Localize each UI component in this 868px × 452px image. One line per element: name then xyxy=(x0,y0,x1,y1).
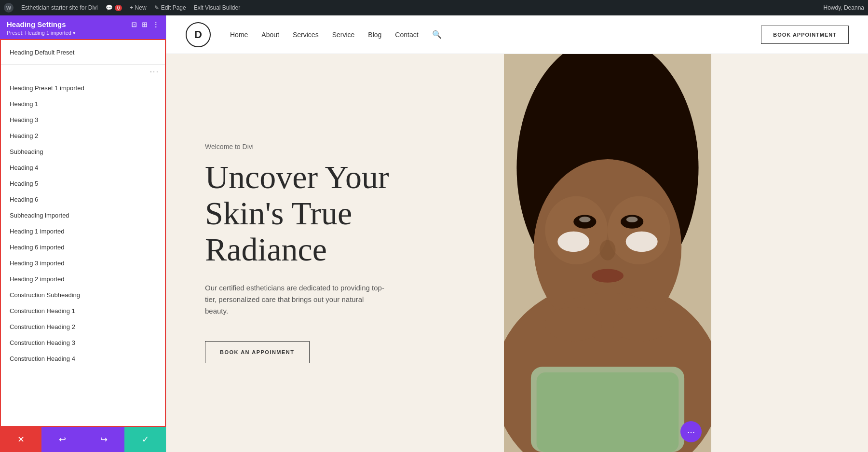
site-nav: D Home About Services Service Blog Conta… xyxy=(166,15,868,54)
preset-dropdown-area: Heading Default Preset ··· Heading Prese… xyxy=(0,39,166,427)
bottom-toolbar: ✕ ↩ ↪ ✓ xyxy=(0,427,166,452)
list-item[interactable]: Heading 6 imported xyxy=(1,239,165,255)
list-item[interactable]: Construction Subheading xyxy=(1,287,165,303)
list-item[interactable]: Construction Heading 2 xyxy=(1,319,165,335)
right-content: D Home About Services Service Blog Conta… xyxy=(166,15,868,452)
list-item[interactable]: Heading 1 imported xyxy=(1,223,165,239)
list-item[interactable]: Construction Heading 3 xyxy=(1,335,165,351)
nav-contact[interactable]: Contact xyxy=(395,31,418,39)
list-item[interactable]: Construction Heading 4 xyxy=(1,351,165,367)
panel-title-text: Heading Settings xyxy=(7,20,66,28)
svg-point-8 xyxy=(579,217,591,222)
list-item[interactable]: Heading 2 xyxy=(1,128,165,144)
list-item[interactable]: Construction Heading 1 xyxy=(1,303,165,319)
list-item[interactable]: Heading 6 xyxy=(1,192,165,207)
undo-button[interactable]: ↩ xyxy=(41,427,83,452)
list-item[interactable]: Subheading imported xyxy=(1,207,165,223)
default-preset-item[interactable]: Heading Default Preset xyxy=(1,40,165,65)
book-appointment-button[interactable]: BOOK APPOINTMENT xyxy=(761,26,849,44)
main-area: Heading Settings ⊡ ⊞ ⋮ Preset: Heading 1… xyxy=(0,15,868,452)
list-item[interactable]: Heading 4 xyxy=(1,160,165,176)
svg-point-14 xyxy=(613,307,670,341)
svg-point-16 xyxy=(626,232,658,252)
nav-blog[interactable]: Blog xyxy=(368,31,381,39)
site-logo: D xyxy=(186,22,211,47)
hero-description: Our certified estheticians are dedicated… xyxy=(205,282,388,317)
list-item[interactable]: Heading 3 xyxy=(1,112,165,128)
nav-services[interactable]: Services xyxy=(293,31,319,39)
fab-button[interactable]: ··· xyxy=(680,421,702,442)
panel-header: Heading Settings ⊡ ⊞ ⋮ Preset: Heading 1… xyxy=(0,15,166,39)
comments-link[interactable]: 💬 0 xyxy=(106,4,122,11)
site-name-link[interactable]: Esthetician starter site for Divi xyxy=(21,4,98,11)
site-nav-links: Home About Services Service Blog Contact… xyxy=(230,30,761,39)
svg-point-5 xyxy=(608,196,670,264)
list-item[interactable]: Subheading xyxy=(1,144,165,160)
admin-bar: W Esthetician starter site for Divi 💬 0 … xyxy=(0,0,868,15)
new-content-link[interactable]: + New xyxy=(130,4,146,11)
nav-home[interactable]: Home xyxy=(230,31,248,39)
panel-subtitle[interactable]: Preset: Heading 1 imported ▾ xyxy=(7,30,159,36)
hero-image xyxy=(504,54,711,452)
svg-point-13 xyxy=(545,307,602,341)
three-dots-row: ··· xyxy=(1,65,165,78)
svg-point-11 xyxy=(592,269,624,283)
grid-icon[interactable]: ⊞ xyxy=(142,21,148,28)
list-item[interactable]: Heading 3 imported xyxy=(1,255,165,271)
list-item[interactable]: Heading 5 xyxy=(1,176,165,192)
save-button[interactable]: ✓ xyxy=(124,427,166,452)
list-item[interactable]: Heading 2 imported xyxy=(1,271,165,287)
howdy-greeting[interactable]: Howdy, Deanna xyxy=(824,4,865,11)
svg-point-10 xyxy=(600,240,616,260)
admin-bar-right: Howdy, Deanna xyxy=(824,4,865,11)
list-item[interactable]: Heading 1 xyxy=(1,96,165,112)
hero-image-area: ··· xyxy=(504,54,711,452)
left-panel: Heading Settings ⊡ ⊞ ⋮ Preset: Heading 1… xyxy=(0,15,166,452)
panel-title-icons: ⊡ ⊞ ⋮ xyxy=(131,21,159,28)
search-icon[interactable]: 🔍 xyxy=(432,30,442,39)
hero-title: Uncover Your Skin's True Radiance xyxy=(205,159,465,267)
hero-image-svg xyxy=(504,54,711,452)
close-button[interactable]: ✕ xyxy=(0,427,41,452)
redo-button[interactable]: ↪ xyxy=(83,427,124,452)
svg-point-15 xyxy=(557,232,589,252)
nav-service[interactable]: Service xyxy=(332,31,355,39)
svg-point-9 xyxy=(626,217,638,222)
three-dots-button[interactable]: ··· xyxy=(150,68,159,76)
more-options-icon[interactable]: ⋮ xyxy=(152,21,159,28)
hero-eyebrow: Welcome to Divi xyxy=(205,143,465,151)
hero-cta-button[interactable]: BOOK AN APPOINMENT xyxy=(205,341,310,363)
nav-about[interactable]: About xyxy=(261,31,279,39)
edit-page-link[interactable]: ✎ Edit Page xyxy=(154,4,186,11)
preset-list[interactable]: Heading Preset 1 importedHeading 1Headin… xyxy=(1,78,165,426)
list-item[interactable]: Heading Preset 1 imported xyxy=(1,80,165,96)
svg-point-4 xyxy=(545,196,608,264)
panel-title: Heading Settings ⊡ ⊞ ⋮ xyxy=(7,20,159,28)
copy-icon[interactable]: ⊡ xyxy=(131,21,137,28)
hero-text: Welcome to Divi Uncover Your Skin's True… xyxy=(166,54,504,452)
exit-visual-builder-link[interactable]: Exit Visual Builder xyxy=(194,4,241,11)
hero-area: Welcome to Divi Uncover Your Skin's True… xyxy=(166,54,868,452)
svg-rect-18 xyxy=(537,372,679,452)
wordpress-icon[interactable]: W xyxy=(4,3,14,13)
